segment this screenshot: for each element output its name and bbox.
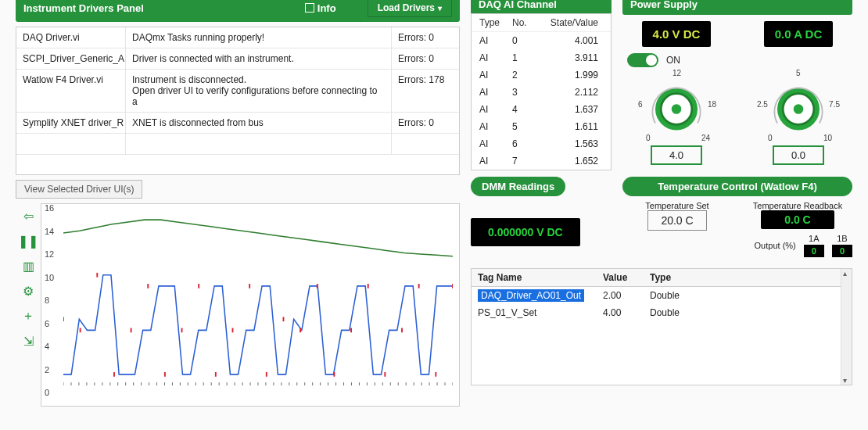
temp-readback-label: Temperature Readback — [743, 201, 852, 210]
driver-row[interactable]: DAQ Driver.viDAQmx Tasks running properl… — [16, 27, 459, 48]
daq-row: AI71.652 — [472, 152, 611, 170]
load-drivers-button[interactable]: Load Drivers▾ — [368, 0, 452, 17]
chart-ytick: 16 — [45, 203, 54, 213]
chevron-down-icon: ▾ — [438, 4, 442, 13]
ps-current-display: 0.0 A DC — [764, 21, 834, 47]
ps-voltage-set[interactable]: 4.0 — [651, 145, 702, 165]
daq-title: DAQ AI Channel — [479, 0, 557, 10]
daq-row: AI51.611 — [472, 118, 611, 135]
dmm-header: DMM Readings — [471, 177, 565, 196]
temp-header: Temperature Control (Watlow F4) — [622, 177, 852, 196]
daq-row: AI32.112 — [472, 84, 611, 101]
chart-add-icon[interactable]: ＋ — [20, 308, 36, 324]
dmm-display: 0.000000 V DC — [471, 218, 580, 246]
daq-col-no: No. — [512, 17, 543, 28]
ps-switch-label: ON — [666, 55, 680, 66]
tag-col-value: Value — [597, 269, 644, 286]
temp-set-input[interactable]: 20.0 C — [647, 210, 706, 231]
tag-row[interactable]: DAQ_Driver_AO01_Out2.00Double — [472, 287, 852, 304]
temp-output-1b: 0 — [832, 245, 852, 257]
chart-grid-icon[interactable]: ▥ — [20, 258, 36, 274]
ps-voltage-display: 4.0 V DC — [642, 21, 712, 47]
temp-set-label: Temperature Set — [622, 201, 732, 210]
temp-output-1a: 0 — [804, 245, 824, 257]
tag-col-type: Type — [644, 269, 852, 286]
chart-ytick: 12 — [45, 249, 54, 259]
daq-table: Type No. State/Value AI04.001AI13.911AI2… — [471, 13, 612, 170]
chart-settings-icon[interactable]: ⚙ — [20, 283, 36, 299]
daq-row: AI21.999 — [472, 66, 611, 84]
driver-row[interactable]: Symplify XNET driver_RXNET is disconnect… — [16, 113, 459, 134]
daq-col-state: State/Value — [543, 17, 603, 28]
chart-ytick: 8 — [45, 296, 49, 305]
chart-ytick: 0 — [45, 388, 49, 397]
chart-ytick: 4 — [45, 342, 49, 351]
oscilloscope-chart[interactable]: 0246810121416 — [41, 203, 460, 407]
tag-row[interactable]: PS_01_V_Set4.00Double — [472, 304, 852, 321]
chart-pause-icon[interactable]: ❚❚ — [20, 233, 36, 249]
tag-col-name: Tag Name — [472, 269, 597, 286]
ps-on-switch[interactable] — [627, 53, 658, 67]
chart-ytick: 6 — [45, 319, 49, 328]
info-checkbox[interactable]: Info — [305, 2, 336, 14]
view-driver-ui-button[interactable]: View Selected Driver UI(s) — [16, 180, 142, 199]
daq-col-type: Type — [479, 17, 512, 28]
ps-current-set[interactable]: 0.0 — [773, 145, 824, 165]
chart-export-icon[interactable]: ⇲ — [20, 333, 36, 349]
driver-row[interactable]: Watlow F4 Driver.viInstrument is disconn… — [16, 70, 459, 113]
svg-point-80 — [794, 104, 804, 114]
chart-ytick: 14 — [45, 227, 54, 236]
daq-row: AI61.563 — [472, 135, 611, 152]
daq-row: AI04.001 — [472, 32, 611, 49]
drivers-panel-header: Instrument Drivers Panel Info Load Drive… — [16, 0, 460, 22]
ps-title: Power Supply — [630, 0, 698, 10]
temp-output-label: Output (%) — [755, 241, 796, 250]
drivers-table[interactable]: DAQ Driver.viDAQmx Tasks running properl… — [16, 27, 460, 175]
chart-ytick: 2 — [45, 365, 49, 374]
ps-voltage-dial[interactable]: 6 12 18 0 24 — [641, 70, 712, 141]
tag-table[interactable]: Tag Name Value Type DAQ_Driver_AO01_Out2… — [471, 268, 852, 385]
ps-panel-header: Power Supply — [622, 0, 852, 15]
chart-ytick: 10 — [45, 273, 54, 282]
temp-readback-display: 0.0 C — [761, 210, 834, 229]
driver-row[interactable]: SCPI_Driver_Generic_A.Driver is connecte… — [16, 48, 459, 70]
drivers-panel-title: Instrument Drivers Panel — [23, 2, 144, 14]
daq-row: AI41.637 — [472, 101, 611, 118]
svg-point-77 — [672, 104, 682, 114]
tag-scrollbar[interactable] — [841, 269, 852, 385]
daq-row: AI13.911 — [472, 49, 611, 66]
ps-current-dial[interactable]: 2.5 5 7.5 0 10 — [763, 70, 834, 141]
chart-step-icon[interactable]: ⇦ — [20, 208, 36, 224]
